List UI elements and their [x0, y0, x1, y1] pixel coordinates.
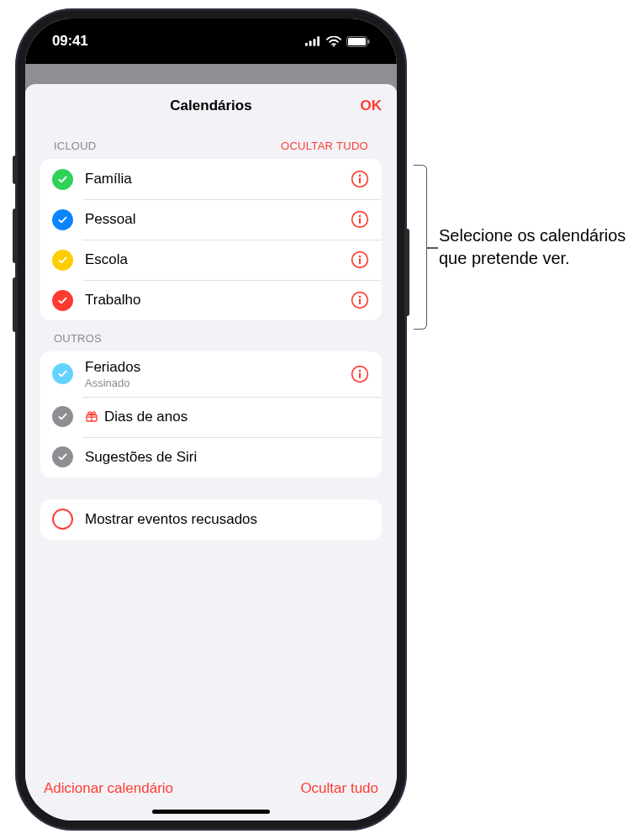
power-button — [404, 229, 409, 316]
status-bar: 09:41 — [25, 18, 397, 64]
checkmark-icon[interactable] — [52, 446, 73, 467]
calendar-row-familia[interactable]: Família — [40, 159, 382, 199]
home-indicator[interactable] — [152, 810, 270, 814]
calendar-title: Trabalho — [85, 291, 343, 309]
calendar-row-sugestoes-siri[interactable]: Sugestões de Siri — [40, 437, 382, 478]
icloud-section-header: ICLOUD OCULTAR TUDO — [40, 128, 382, 159]
calendar-row-trabalho[interactable]: Trabalho — [40, 280, 382, 320]
section-label: OUTROS — [54, 332, 102, 345]
status-time: 09:41 — [52, 33, 87, 50]
calendar-title: Pessoal — [85, 210, 343, 228]
outros-section-header: OUTROS — [40, 320, 382, 351]
calendar-title: Família — [85, 170, 343, 187]
ok-button[interactable]: OK — [361, 98, 383, 114]
info-button[interactable] — [350, 364, 370, 384]
status-indicators — [305, 36, 370, 47]
checkmark-icon[interactable] — [52, 363, 73, 384]
checkmark-icon[interactable] — [52, 250, 73, 271]
declined-events-card: Mostrar eventos recusados — [40, 499, 382, 540]
wifi-icon — [326, 36, 341, 47]
gift-icon — [85, 409, 98, 423]
toggle-title: Mostrar eventos recusados — [85, 510, 370, 528]
calendar-row-pessoal[interactable]: Pessoal — [40, 199, 382, 240]
phone-frame: 09:41 Calendários OK ICLOUD OCULTAR TUDO — [15, 8, 407, 831]
unchecked-circle-icon[interactable] — [52, 509, 73, 530]
annotation-callout: Selecione os calendários que pretende ve… — [414, 165, 632, 330]
battery-icon — [346, 36, 370, 47]
screen: 09:41 Calendários OK ICLOUD OCULTAR TUDO — [25, 18, 397, 821]
calendar-title: Escola — [85, 251, 343, 268]
checkmark-icon[interactable] — [52, 209, 73, 230]
show-declined-events-toggle[interactable]: Mostrar eventos recusados — [40, 499, 382, 540]
checkmark-icon[interactable] — [52, 169, 73, 190]
calendar-title: Feriados — [85, 358, 343, 376]
checkmark-icon[interactable] — [52, 406, 73, 427]
calendar-row-escola[interactable]: Escola — [40, 240, 382, 280]
hide-all-button[interactable]: Ocultar tudo — [300, 780, 378, 797]
icloud-calendars-card: Família Pessoal Escola — [40, 159, 382, 320]
hide-all-icloud-button[interactable]: OCULTAR TUDO — [281, 140, 368, 152]
info-button[interactable] — [350, 290, 370, 310]
cellular-icon — [305, 36, 321, 46]
volume-down-button — [13, 277, 18, 332]
calendar-row-dias-de-anos[interactable]: Dias de anos — [40, 397, 382, 437]
silent-switch — [13, 156, 18, 184]
calendar-row-feriados[interactable]: Feriados Assinado — [40, 351, 382, 397]
volume-up-button — [13, 208, 18, 263]
sheet-body[interactable]: ICLOUD OCULTAR TUDO Família Pessoal — [25, 128, 397, 768]
checkmark-icon[interactable] — [52, 290, 73, 311]
callout-text: Selecione os calendários que pretende ve… — [439, 224, 632, 270]
outros-calendars-card: Feriados Assinado Dias de anos — [40, 351, 382, 478]
calendars-sheet: Calendários OK ICLOUD OCULTAR TUDO Famíl… — [25, 84, 397, 821]
info-button[interactable] — [350, 250, 370, 270]
calendar-subtitle: Assinado — [85, 377, 343, 390]
dynamic-island — [159, 30, 264, 61]
sheet-title: Calendários — [170, 98, 251, 114]
calendar-title: Dias de anos — [85, 408, 370, 425]
add-calendar-button[interactable]: Adicionar calendário — [44, 780, 173, 797]
calendar-title: Sugestões de Siri — [85, 448, 370, 466]
sheet-header: Calendários OK — [25, 84, 397, 128]
callout-bracket — [414, 165, 427, 330]
info-button[interactable] — [350, 169, 370, 189]
info-button[interactable] — [350, 209, 370, 230]
section-label: ICLOUD — [54, 140, 96, 152]
